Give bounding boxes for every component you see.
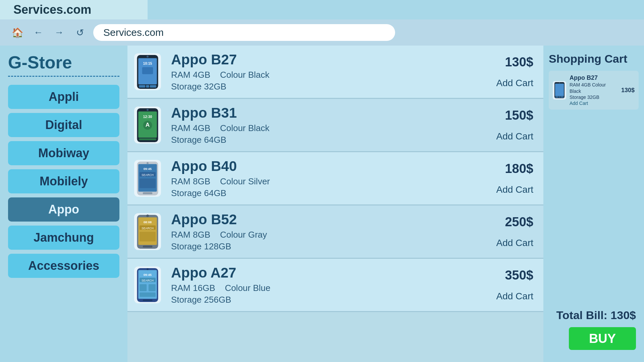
product-price: 150$: [505, 108, 533, 123]
svg-text:10:15: 10:15: [143, 61, 152, 65]
svg-point-39: [147, 268, 149, 270]
product-right: 180$ Add Cart: [496, 162, 534, 195]
home-button[interactable]: 🏠: [10, 25, 25, 40]
main-layout: G-Store Appli Digital Mobiway Mobilely A…: [0, 46, 644, 362]
product-right: 250$ Add Cart: [496, 215, 534, 248]
svg-rect-42: [555, 84, 564, 96]
product-name: Appo B40: [171, 158, 496, 174]
add-cart-button[interactable]: Add Cart: [496, 78, 534, 88]
product-specs: RAM 4GB Colour Black: [171, 123, 496, 133]
svg-point-43: [559, 82, 560, 83]
sidebar-item-digital[interactable]: Digital: [8, 113, 119, 137]
back-button[interactable]: ←: [31, 25, 46, 40]
svg-text:12:30: 12:30: [143, 114, 152, 118]
svg-point-7: [147, 55, 149, 57]
product-list: 10:15 Appo B27 RAM 4GB Colour Black Stor…: [127, 46, 543, 362]
product-item: 12:30 A Appo B31 RAM 4GB Colour Black St…: [127, 99, 543, 152]
cart-item-name: Appo B27: [570, 74, 618, 82]
product-right: 350$ Add Cart: [496, 268, 534, 302]
product-image: 09:45 SEARCH: [134, 266, 161, 303]
product-storage: Storage 32GB: [171, 81, 496, 92]
product-price: 350$: [505, 268, 533, 283]
cart-item-image: [553, 81, 566, 100]
product-info: Appo B40 RAM 8GB Colour Silver Storage 6…: [171, 158, 496, 198]
svg-rect-38: [140, 292, 156, 297]
svg-rect-28: [140, 232, 156, 241]
product-info: Appo B52 RAM 8GB Colour Gray Storage 128…: [171, 212, 496, 252]
add-cart-button[interactable]: Add Cart: [496, 184, 534, 195]
svg-rect-44: [555, 97, 558, 98]
cart-item-storage: Storage 32GB: [570, 94, 618, 100]
product-specs: RAM 8GB Colour Silver: [171, 176, 496, 187]
sidebar-item-accessories[interactable]: Accessories: [8, 254, 119, 278]
sidebar-item-jamchung[interactable]: Jamchung: [8, 226, 119, 250]
svg-text:SEARCH: SEARCH: [142, 226, 154, 230]
product-image: 09:45 SEARCH: [134, 160, 161, 197]
sidebar-item-appli[interactable]: Appli: [8, 85, 119, 109]
store-logo: G-Store: [8, 52, 119, 77]
sidebar-item-mobiway[interactable]: Mobiway: [8, 141, 119, 165]
product-storage: Storage 64GB: [171, 135, 496, 145]
product-specs: RAM 8GB Colour Gray: [171, 230, 496, 240]
forward-button[interactable]: →: [52, 25, 66, 40]
product-item: 09:45 SEARCH Appo A27 RAM 16GB Colour Bl…: [127, 259, 543, 312]
product-right: 130$ Add Cart: [496, 55, 534, 88]
cart-item-specs: RAM 4GB Colour Black: [570, 82, 618, 94]
product-specs: RAM 4GB Colour Black: [171, 70, 496, 80]
add-cart-button[interactable]: Add Cart: [496, 238, 534, 248]
title-bar: Services.com: [0, 0, 148, 19]
product-info: Appo B31 RAM 4GB Colour Black Storage 64…: [171, 105, 496, 145]
product-storage: Storage 64GB: [171, 188, 496, 198]
svg-rect-22: [143, 192, 153, 194]
svg-rect-5: [146, 85, 149, 87]
sidebar-item-mobilely[interactable]: Mobilely: [8, 169, 119, 193]
add-cart-button[interactable]: Add Cart: [496, 291, 534, 302]
svg-rect-37: [149, 284, 156, 291]
cart-item: Appo B27 RAM 4GB Colour Black Storage 32…: [549, 71, 639, 110]
svg-text:09:45: 09:45: [144, 167, 152, 170]
product-storage: Storage 256GB: [171, 295, 496, 305]
product-right: 150$ Add Cart: [496, 108, 534, 142]
product-item: 10:15 Appo B27 RAM 4GB Colour Black Stor…: [127, 46, 543, 99]
svg-text:A: A: [146, 121, 150, 128]
product-name: Appo B27: [171, 52, 496, 68]
product-info: Appo B27 RAM 4GB Colour Black Storage 32…: [171, 52, 496, 92]
svg-point-21: [147, 162, 149, 164]
cart-title: Shopping Cart: [549, 52, 639, 65]
svg-rect-3: [142, 67, 153, 74]
site-title: Services.com: [13, 3, 91, 17]
svg-point-29: [146, 214, 149, 217]
svg-rect-14: [139, 138, 156, 140]
refresh-button[interactable]: ↺: [72, 25, 87, 40]
product-name: Appo B52: [171, 212, 496, 228]
add-cart-button[interactable]: Add Cart: [496, 131, 534, 142]
product-image: 12:30 A: [134, 107, 161, 143]
address-bar[interactable]: Services.com: [93, 24, 395, 41]
product-item: 08:08 SEARCH Appo B52 RAM 8GB Colour Gra…: [127, 205, 543, 259]
cart-item-price: 130$: [621, 87, 635, 94]
sidebar-item-appo[interactable]: Appo: [8, 197, 119, 222]
browser-chrome: 🏠 ← → ↺ Services.com: [0, 19, 644, 46]
svg-rect-6: [150, 85, 156, 87]
cart-add-cart-label[interactable]: Add Cart: [570, 100, 618, 106]
svg-point-13: [147, 109, 149, 111]
cart-item-info: Appo B27 RAM 4GB Colour Black Storage 32…: [570, 74, 618, 106]
buy-button[interactable]: BUY: [569, 327, 636, 350]
svg-text:09:45: 09:45: [144, 273, 152, 276]
svg-rect-46: [560, 97, 564, 98]
product-price: 250$: [505, 215, 533, 229]
svg-rect-36: [140, 284, 147, 291]
shopping-cart: Shopping Cart Appo B27 RAM 4GB Colour Bl…: [543, 46, 644, 362]
svg-rect-4: [139, 85, 145, 87]
sidebar: G-Store Appli Digital Mobiway Mobilely A…: [0, 46, 127, 362]
svg-text:SEARCH: SEARCH: [142, 279, 154, 282]
product-image: 08:08 SEARCH: [134, 213, 161, 250]
product-item: 09:45 SEARCH Appo B40 RAM 8GB Colour Sil…: [127, 152, 543, 205]
product-specs: RAM 16GB Colour Blue: [171, 283, 496, 293]
product-image: 10:15: [134, 53, 161, 90]
svg-rect-20: [140, 178, 156, 188]
svg-rect-45: [559, 97, 560, 98]
svg-text:08:08: 08:08: [144, 220, 152, 224]
svg-rect-40: [143, 299, 153, 301]
product-price: 180$: [505, 162, 533, 176]
